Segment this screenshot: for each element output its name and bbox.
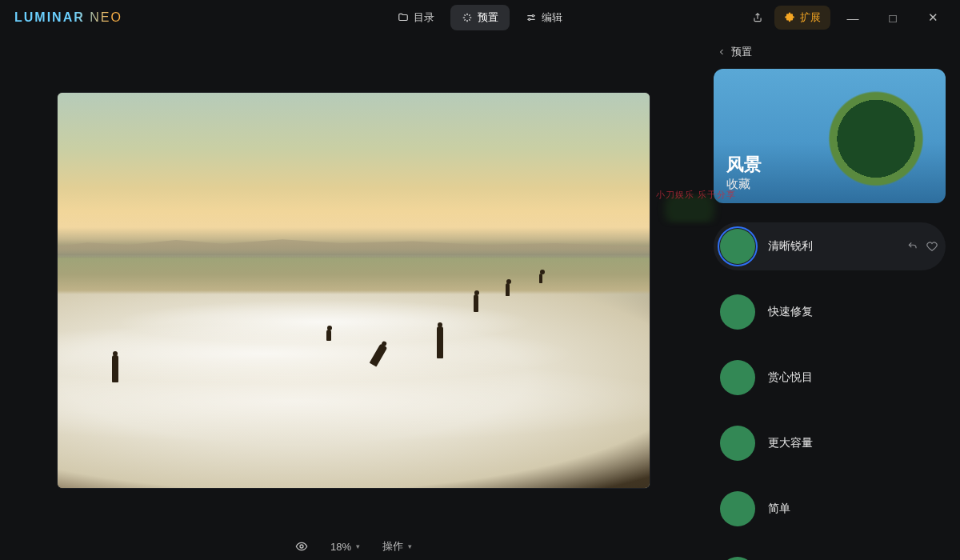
- window-minimize[interactable]: —: [835, 5, 870, 30]
- preset-list: 清晰锐利 快速修复 赏心悦目 更大容量 简单: [714, 222, 946, 560]
- actions-label: 操作: [382, 539, 403, 554]
- preset-name: 赏心悦目: [768, 370, 938, 385]
- sparkle-icon: [462, 12, 473, 23]
- presets-panel: 预置 风景 收藏 清晰锐利 快速修复 赏心悦: [707, 35, 960, 560]
- collection-card[interactable]: 风景 收藏: [714, 69, 946, 203]
- preset-thumb: [720, 294, 755, 330]
- preset-thumb: [720, 426, 755, 461]
- preset-thumb: [720, 557, 755, 560]
- preset-item[interactable]: 清晰锐利: [714, 222, 946, 270]
- compare-button[interactable]: [295, 540, 308, 553]
- folder-icon: [398, 12, 409, 23]
- tab-label: 编辑: [542, 10, 562, 25]
- preview-image: [58, 93, 650, 488]
- zoom-dropdown[interactable]: 18% ▾: [330, 541, 360, 553]
- window-close[interactable]: ✕: [915, 5, 950, 30]
- actions-dropdown[interactable]: 操作 ▾: [382, 539, 412, 554]
- app-logo: LUMINAR NEO: [14, 10, 122, 25]
- puzzle-icon: [784, 12, 795, 23]
- image-canvas[interactable]: [58, 93, 650, 488]
- preset-item[interactable]: 更大容量: [714, 419, 946, 467]
- main-area: 18% ▾ 操作 ▾ 预置 风景 收藏 清晰锐利: [0, 35, 960, 560]
- undo-icon[interactable]: [907, 241, 918, 252]
- titlebar-right: 扩展 — □ ✕: [746, 5, 950, 30]
- tab-label: 预置: [478, 10, 498, 25]
- preset-name: 清晰锐利: [768, 239, 894, 254]
- mode-tabs: 目录 预置 编辑: [386, 5, 574, 30]
- preset-name: 更大容量: [768, 436, 938, 450]
- extensions-label: 扩展: [800, 10, 821, 25]
- tab-presets[interactable]: 预置: [450, 5, 510, 30]
- collection-title: 风景: [726, 153, 762, 177]
- chevron-down-icon: ▾: [356, 542, 360, 550]
- svg-point-1: [529, 18, 530, 20]
- collection-subtitle: 收藏: [726, 177, 762, 192]
- preset-actions: [907, 241, 938, 252]
- zoom-value: 18%: [330, 541, 351, 553]
- share-icon: [752, 12, 763, 23]
- extensions-button[interactable]: 扩展: [774, 6, 830, 30]
- canvas-toolbar: 18% ▾ 操作 ▾: [0, 539, 707, 554]
- chevron-left-icon: [717, 47, 726, 57]
- preset-thumb: [720, 229, 755, 264]
- preset-item[interactable]: 晴朗天空: [714, 550, 946, 560]
- collection-label: 风景 收藏: [726, 153, 762, 192]
- tab-label: 目录: [414, 10, 434, 25]
- svg-point-0: [532, 15, 534, 17]
- tab-edit[interactable]: 编辑: [514, 5, 574, 30]
- sliders-icon: [526, 12, 537, 23]
- preset-name: 快速修复: [768, 305, 938, 319]
- window-maximize[interactable]: □: [875, 5, 910, 30]
- preset-name: 简单: [768, 502, 938, 516]
- panel-title: 预置: [731, 45, 752, 59]
- tab-catalog[interactable]: 目录: [386, 5, 446, 30]
- chevron-down-icon: ▾: [408, 542, 412, 550]
- heart-icon[interactable]: [926, 241, 938, 252]
- preset-thumb: [720, 360, 755, 395]
- titlebar: LUMINAR NEO 目录 预置 编辑 扩展 — □ ✕: [0, 0, 960, 35]
- svg-point-2: [300, 545, 303, 548]
- preset-item[interactable]: 简单: [714, 485, 946, 533]
- canvas-pane: 18% ▾ 操作 ▾: [0, 35, 707, 560]
- presets-back[interactable]: 预置: [717, 45, 946, 59]
- share-button[interactable]: [746, 7, 770, 28]
- preset-item[interactable]: 快速修复: [714, 288, 946, 336]
- preset-item[interactable]: 赏心悦目: [714, 354, 946, 402]
- preset-thumb: [720, 491, 755, 526]
- eye-icon: [295, 540, 308, 553]
